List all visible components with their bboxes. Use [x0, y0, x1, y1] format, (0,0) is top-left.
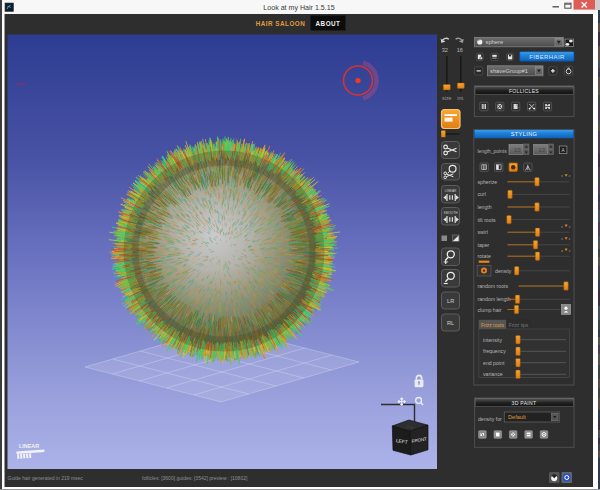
svg-text:random length: random length: [478, 296, 511, 302]
svg-text:Default: Default: [508, 414, 526, 420]
svg-text:length: length: [478, 204, 492, 210]
svg-text:z: z: [569, 236, 571, 241]
svg-text:SMOOTH: SMOOTH: [444, 211, 459, 215]
svg-text:length_points: length_points: [478, 149, 508, 154]
svg-text:curl: curl: [478, 191, 486, 197]
svg-text:Guide hair generated in 219 ms: Guide hair generated in 219 msec: [8, 475, 84, 481]
svg-text:clump hair: clump hair: [478, 307, 502, 313]
svg-text:z: z: [569, 173, 571, 178]
svg-text:FOLLICLES: FOLLICLES: [509, 88, 539, 94]
svg-text:taper: taper: [478, 242, 490, 248]
svg-text:shaveGroup#1: shaveGroup#1: [490, 68, 528, 74]
svg-text:follicles: [3600] guides: [354: follicles: [3600] guides: [3542] preview…: [142, 475, 248, 481]
svg-text:density for: density for: [478, 416, 502, 422]
svg-text:x: x: [561, 248, 563, 253]
svg-text:RL: RL: [447, 320, 454, 326]
svg-text:x: x: [561, 173, 563, 178]
svg-text:end point: end point: [483, 360, 505, 366]
svg-text:Look at my Hair 1.5.15: Look at my Hair 1.5.15: [263, 4, 334, 12]
svg-text:Frizz tips: Frizz tips: [509, 323, 529, 328]
svg-text:16: 16: [457, 47, 463, 53]
svg-text:x: x: [561, 224, 563, 229]
svg-text:tilt roots: tilt roots: [478, 217, 497, 223]
svg-text:z: z: [569, 224, 571, 229]
svg-text:intensity: intensity: [483, 337, 502, 343]
svg-text:rotate: rotate: [478, 253, 491, 259]
svg-text:random roots: random roots: [478, 283, 509, 289]
svg-text:int.: int.: [457, 95, 464, 101]
svg-text:32: 32: [442, 47, 448, 53]
svg-text:10: 10: [514, 147, 520, 153]
svg-text:x: x: [561, 236, 563, 241]
svg-text:z: z: [569, 248, 571, 253]
svg-text:3D PAINT: 3D PAINT: [512, 400, 537, 406]
svg-text:LINEAR: LINEAR: [445, 189, 457, 193]
svg-text:swirl: swirl: [478, 229, 488, 235]
svg-text:sphere: sphere: [486, 39, 504, 45]
svg-text:Frizz roots: Frizz roots: [481, 323, 504, 328]
svg-text:frequency: frequency: [483, 348, 506, 354]
svg-text:density: density: [495, 268, 512, 274]
svg-text:variance: variance: [483, 371, 503, 377]
svg-text:FIBERHAIR: FIBERHAIR: [529, 54, 565, 60]
svg-text:LR: LR: [447, 298, 454, 304]
svg-text:13: 13: [539, 147, 545, 153]
svg-text:ABOUT: ABOUT: [316, 20, 341, 27]
svg-text:STYLING: STYLING: [511, 131, 538, 137]
svg-text:size: size: [442, 95, 452, 101]
svg-text:LINEAR: LINEAR: [19, 443, 39, 449]
svg-text:HAIR SALOON: HAIR SALOON: [256, 20, 306, 27]
svg-text:spherize: spherize: [478, 179, 498, 185]
